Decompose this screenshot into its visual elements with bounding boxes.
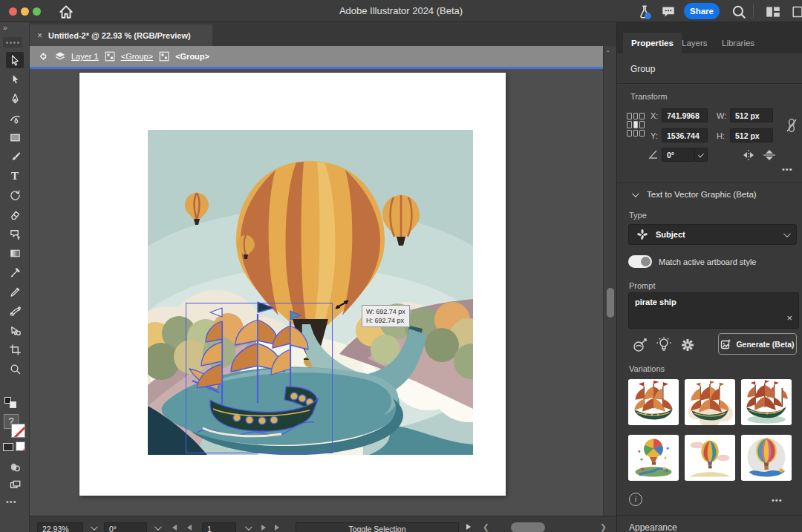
height-input[interactable]: 512 px [730,128,773,142]
style-picker-icon[interactable] [630,337,648,356]
scroll-left-arrow[interactable]: ❮ [483,522,489,531]
zoom-tool[interactable] [6,361,24,377]
generate-button[interactable]: Generate (Beta) [718,333,797,355]
type-dropdown[interactable]: Subject [628,224,797,245]
x-label: X: [651,111,658,120]
variations-more-options[interactable]: ••• [772,496,783,505]
section-collapse-icon[interactable] [632,190,639,197]
selection-tool[interactable] [6,52,24,68]
pen-tool[interactable] [6,91,24,107]
hot-air-balloon-variation-3[interactable] [741,435,792,481]
toolbar-grip[interactable] [3,37,22,47]
search-icon[interactable] [731,4,747,19]
y-input[interactable]: 1536.744 [662,128,708,142]
back-arrow-icon[interactable] [37,50,49,62]
eyedropper-tool[interactable] [6,283,24,300]
info-icon[interactable]: i [629,493,642,506]
document-tab[interactable]: × Untitled-2* @ 22.93 % (RGB/Preview) [30,24,212,46]
rotation-dropdown-icon[interactable] [154,523,162,531]
vertical-scrollbar[interactable]: ˆ [603,46,616,516]
direct-selection-tool[interactable] [6,71,24,88]
shaper-tool[interactable] [6,226,24,242]
scale-tool[interactable] [6,264,24,280]
prompt-input[interactable]: pirate ship × [628,292,799,329]
match-style-label: Match active artboard style [659,257,756,266]
pirate-ship-variation-2[interactable] [685,379,735,425]
breadcrumb-group-1[interactable]: <Group> [121,52,153,61]
unlink-icon[interactable] [785,117,798,137]
gear-icon[interactable] [679,337,696,357]
rectangle-tool[interactable] [6,129,24,145]
width-input[interactable]: 512 px [730,108,773,122]
artboard-number-field[interactable]: 1 [202,522,236,532]
panel-toggle-icon[interactable] [792,4,802,19]
transform-more-options[interactable]: ••• [782,165,793,174]
scroll-up-arrow[interactable]: ˆ [607,50,609,59]
last-artboard-button[interactable] [275,524,279,532]
scroll-right-arrow[interactable]: ❯ [600,522,607,531]
flip-horizontal-icon[interactable] [742,149,755,164]
first-artboard-button[interactable] [172,524,177,532]
variations-label: Variations [629,364,665,373]
flip-vertical-icon[interactable] [763,149,776,164]
canvas[interactable]: Layer 1 <Group> <Group> [30,46,603,516]
curvature-tool[interactable] [6,110,24,126]
reference-point-grid[interactable] [627,113,645,137]
app-title: Adobe Illustrator 2024 (Beta) [0,5,802,16]
share-button[interactable]: Share [684,3,720,19]
lightbulb-icon[interactable] [656,336,672,357]
swap-fill-stroke-icon2[interactable] [10,401,16,408]
edit-toolbar-button[interactable]: ••• [6,497,17,506]
horizontal-scrollbar-thumb[interactable] [511,522,545,532]
breadcrumb: Layer 1 <Group> <Group> [30,46,603,67]
hot-air-balloon-variation-1[interactable] [628,435,679,481]
artboard-tool[interactable] [6,341,24,358]
status-menu-arrow[interactable] [466,523,471,531]
expand-panels-button[interactable]: » [3,24,8,32]
close-tab-icon[interactable]: × [37,30,42,41]
type-label: Type [629,211,647,220]
zoom-level-field[interactable]: 22.93% [37,522,83,532]
sparkle-icon [636,229,648,240]
x-input[interactable]: 741.9968 [662,108,708,122]
blend-tool[interactable] [6,303,24,319]
breadcrumb-layer[interactable]: Layer 1 [71,52,99,61]
symbol-sprayer-tool[interactable] [6,322,24,338]
rotate-tool[interactable] [6,187,24,203]
rotation-field[interactable]: 0° [104,522,147,532]
pirate-ship-variation-1[interactable] [628,379,679,425]
drawing-modes-icon[interactable] [6,459,24,475]
clear-prompt-icon[interactable]: × [786,312,792,324]
tab-libraries[interactable]: Libraries [714,33,763,53]
beta-flask-icon[interactable] [636,4,653,19]
status-display-field[interactable]: Toggle Selection [296,522,459,532]
generate-icon [720,338,731,349]
vertical-scrollbar-thumb[interactable] [607,288,614,318]
pirate-ship-variation-3[interactable] [741,379,792,425]
resize-cursor [334,297,351,313]
artboard-dropdown-icon[interactable] [245,523,252,531]
selection-bounding-box[interactable] [186,303,333,453]
properties-panel: Properties Layers Libraries Group Transf… [616,22,802,532]
match-style-toggle[interactable] [628,255,652,268]
text-to-vector-title[interactable]: Text to Vector Graphic (Beta) [647,190,757,199]
eraser-tool[interactable] [6,206,24,223]
selection-edge-indicator [30,67,603,69]
next-artboard-button[interactable] [261,524,266,532]
none-color-button[interactable] [16,441,25,451]
workspace-icon[interactable] [765,4,781,19]
color-button[interactable] [3,443,13,451]
gradient-tool[interactable] [6,245,24,261]
rotation-input[interactable]: 0° [662,148,694,162]
screen-mode-icon[interactable] [6,476,24,493]
hot-air-balloon-variation-2[interactable] [685,435,735,481]
paintbrush-tool[interactable] [6,148,24,165]
stroke-color-swatch-none[interactable] [11,424,25,438]
type-tool[interactable]: T [6,168,24,184]
tab-layers[interactable]: Layers [674,33,716,53]
previous-artboard-button[interactable] [187,524,192,532]
comments-icon[interactable] [660,4,677,19]
tools-panel: » T ? ••• [0,22,30,532]
zoom-dropdown-icon[interactable] [91,523,98,531]
rotation-dropdown[interactable] [694,148,708,162]
